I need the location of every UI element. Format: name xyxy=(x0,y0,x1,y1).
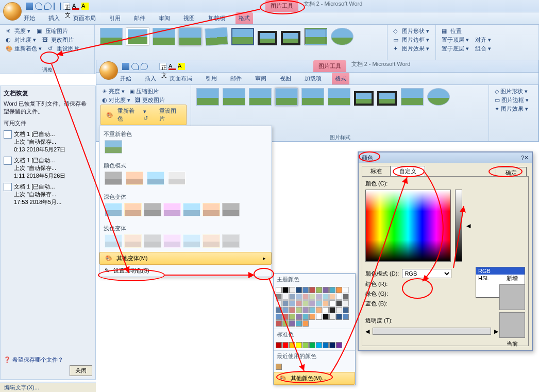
style-thumb[interactable] xyxy=(153,28,175,45)
tab-addin[interactable]: 加载项 xyxy=(301,73,325,84)
highlight-icon[interactable]: A xyxy=(178,63,185,70)
group-button[interactable]: 组合 ▾ xyxy=(474,44,493,53)
tab-review[interactable]: 审阅 xyxy=(252,73,270,84)
style-dropdown[interactable]: 正文 xyxy=(159,63,166,70)
color-swatch[interactable] xyxy=(302,294,309,300)
stylelist-icon[interactable] xyxy=(150,63,157,70)
color-swatch[interactable] xyxy=(302,307,309,313)
pic-border-button[interactable]: ▭ 图片边框 ▾ xyxy=(493,96,534,105)
tab-home[interactable]: 开始 xyxy=(21,12,38,24)
color-swatch[interactable] xyxy=(276,342,282,348)
redo-icon[interactable] xyxy=(44,3,52,10)
redo-icon[interactable] xyxy=(141,63,148,70)
tab-review[interactable]: 审阅 xyxy=(156,12,173,24)
variant-thumb[interactable] xyxy=(163,203,181,216)
color-swatch[interactable] xyxy=(323,314,329,320)
stylelist-icon[interactable] xyxy=(54,3,61,10)
color-swatch[interactable] xyxy=(309,342,315,348)
color-swatch[interactable] xyxy=(296,287,302,293)
more-variants-menuitem[interactable]: 🎨 其他变体(M) ▸ xyxy=(99,252,272,265)
color-swatch[interactable] xyxy=(302,342,309,348)
color-swatch[interactable] xyxy=(336,287,342,293)
variant-thumb[interactable] xyxy=(144,234,161,248)
pic-effects-button[interactable]: ✦ 图片效果 ▾ xyxy=(493,105,534,113)
tab-insert[interactable]: 插入 xyxy=(45,12,63,24)
color-swatch[interactable] xyxy=(289,307,295,313)
style-thumb[interactable] xyxy=(205,27,228,46)
color-swatch[interactable] xyxy=(276,307,282,313)
variant-thumb[interactable] xyxy=(222,234,240,248)
color-swatch[interactable] xyxy=(323,300,329,306)
color-swatch[interactable] xyxy=(296,342,302,348)
color-swatch[interactable] xyxy=(296,314,302,320)
pic-shape-button[interactable]: ◇ 图片形状 ▾ xyxy=(493,87,534,96)
color-swatch[interactable] xyxy=(302,314,309,320)
highlight-icon[interactable]: A xyxy=(81,3,89,10)
send-back-button[interactable]: 置于底层 ▾ xyxy=(440,44,470,53)
color-swatch[interactable] xyxy=(343,314,349,320)
color-swatch[interactable] xyxy=(302,287,309,293)
slider-left-icon[interactable]: ◀ xyxy=(365,328,369,335)
tab-view[interactable]: 视图 xyxy=(180,12,198,24)
pic-effects-button[interactable]: ✦图片效果 ▾ xyxy=(392,44,431,53)
slider-arrow-icon[interactable]: ◀ xyxy=(466,223,470,229)
color-swatch[interactable] xyxy=(329,307,335,313)
recovery-item[interactable]: 文档 1 [已自动... 上次 "自动保存... 17:53 2018年5月..… xyxy=(4,183,92,206)
style-thumb[interactable] xyxy=(281,31,300,45)
color-swatch[interactable] xyxy=(276,314,282,320)
variant-thumb[interactable] xyxy=(105,234,122,248)
luminance-bar[interactable] xyxy=(455,190,462,262)
pic-shape-button[interactable]: ◇图片形状 ▾ xyxy=(392,27,431,36)
variant-thumb[interactable] xyxy=(147,172,164,185)
color-swatch[interactable] xyxy=(343,294,349,300)
style-thumb[interactable] xyxy=(427,88,450,106)
color-swatch[interactable] xyxy=(296,294,302,300)
color-swatch[interactable] xyxy=(336,300,342,306)
color-swatch[interactable] xyxy=(282,314,289,320)
color-swatch[interactable] xyxy=(276,364,282,370)
brightness-button[interactable]: ☀ 亮度 ▾ ▣ 压缩图片 xyxy=(100,87,187,96)
mode-select[interactable]: RGB xyxy=(402,269,451,278)
save-icon[interactable] xyxy=(26,3,33,10)
tab-mail[interactable]: 邮件 xyxy=(227,73,245,84)
color-swatch[interactable] xyxy=(282,294,289,300)
color-swatch[interactable] xyxy=(296,320,302,327)
color-swatch[interactable] xyxy=(329,294,335,300)
color-swatch[interactable] xyxy=(289,314,295,320)
color-swatch[interactable] xyxy=(323,307,329,313)
color-swatch[interactable] xyxy=(329,287,335,293)
variant-thumb[interactable] xyxy=(105,203,122,216)
mode-option[interactable]: RGB xyxy=(476,267,525,275)
tab-home[interactable]: 开始 xyxy=(117,73,134,84)
color-swatch[interactable] xyxy=(309,294,315,300)
tab-insert[interactable]: 插入 xyxy=(142,73,159,84)
color-swatch[interactable] xyxy=(316,342,322,348)
style-thumb[interactable] xyxy=(275,88,298,106)
color-swatch[interactable] xyxy=(289,287,295,293)
color-swatch[interactable] xyxy=(336,314,342,320)
color-swatch[interactable] xyxy=(343,287,349,293)
color-swatch[interactable] xyxy=(309,300,315,306)
style-thumb[interactable] xyxy=(377,91,397,106)
color-swatch[interactable] xyxy=(296,307,302,313)
color-swatch[interactable] xyxy=(289,300,295,306)
color-swatch[interactable] xyxy=(309,287,315,293)
bring-front-button[interactable]: 置于顶层 ▾ xyxy=(440,36,470,44)
tab-standard[interactable]: 标准 xyxy=(362,166,391,176)
recovery-prompt-link[interactable]: 希望保存哪个文件？ xyxy=(12,356,63,363)
color-swatch[interactable] xyxy=(316,314,322,320)
tab-ref[interactable]: 引用 xyxy=(203,73,220,84)
color-swatch[interactable] xyxy=(276,287,282,293)
tab-view[interactable]: 视图 xyxy=(277,73,294,84)
variant-thumb[interactable] xyxy=(203,203,220,216)
variant-thumb[interactable] xyxy=(126,172,143,185)
color-swatch[interactable] xyxy=(282,320,289,327)
tab-format[interactable]: 格式 xyxy=(332,73,349,84)
color-swatch[interactable] xyxy=(329,300,335,306)
alpha-slider[interactable] xyxy=(373,328,491,335)
font-color-icon[interactable]: A xyxy=(72,3,79,10)
variant-thumb[interactable] xyxy=(105,172,122,185)
style-thumb[interactable] xyxy=(305,28,327,45)
recolor-button-open[interactable]: 🎨 重新着色 ▾ ↺ 重设图片 xyxy=(100,105,187,125)
style-thumb[interactable] xyxy=(328,88,350,106)
